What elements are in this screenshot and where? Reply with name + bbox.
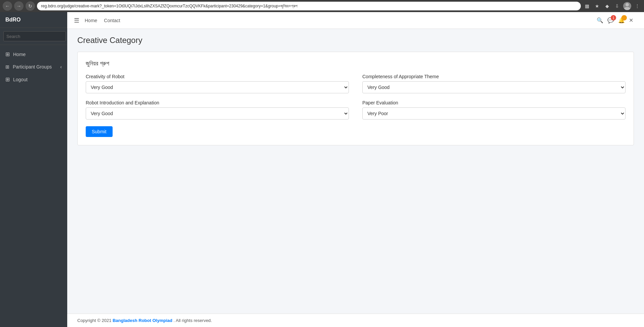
download-icon[interactable]: ⇩ [613,2,621,10]
sidebar-item-participant-groups[interactable]: ⊞ Participant Groups ‹ [0,61,67,73]
content-area: Creative Category জুনিয়র গ্রুপ Creativi… [67,29,644,314]
hamburger-icon[interactable]: ☰ [74,17,79,24]
grid-icon-groups: ⊞ [5,64,9,69]
footer: Copyright © 2021 Bangladesh Robot Olympi… [67,314,644,327]
extension-icon[interactable]: ◆ [603,2,611,10]
topnav-home-link[interactable]: Home [85,18,97,23]
grid-icon: ⊞ [5,51,10,57]
form-group-paper-eval: Paper Evaluation Very Poor Poor Average … [362,100,626,120]
topnav-actions: 🔍 💬 1 🔔 ✕ ⁢ [597,17,637,24]
robot-intro-label: Robot Introduction and Explanation [86,100,349,105]
search-icon[interactable]: 🔍 [597,17,603,24]
svg-point-1 [624,7,630,10]
footer-link[interactable]: Bangladesh Robot Olympiad [113,318,172,323]
notifications-badge [621,15,627,20]
messages-badge: 1 [611,15,616,20]
sidebar-item-logout[interactable]: ⊞ Logout [0,73,67,86]
user-avatar-icon[interactable] [623,2,631,10]
sidebar-item-logout-label: Logout [13,77,28,82]
sidebar-brand: BdRO [0,12,67,28]
form-row-1: Creativity of Robot Very Poor Poor Avera… [86,74,626,93]
sidebar: BdRO 🔍 ⊞ Home ⊞ Participant Groups ‹ ⊞ L… [0,12,67,327]
form-group-creativity: Creativity of Robot Very Poor Poor Avera… [86,74,349,93]
menu-icon[interactable]: ⋮ [633,2,641,10]
form-card: জুনিয়র গ্রুপ Creativity of Robot Very P… [77,52,634,145]
svg-point-0 [626,3,629,6]
grid-icon-logout: ⊞ [5,76,10,83]
browser-action-icons: ▩ ★ ◆ ⇩ ⋮ [583,2,641,10]
sidebar-nav: ⊞ Home ⊞ Participant Groups ‹ ⊞ Logout [0,45,67,327]
main-content: Creative Category জুনিয়র গ্রুপ Creativi… [67,29,644,327]
star-icon[interactable]: ★ [593,2,601,10]
messages-icon[interactable]: 💬 1 [607,17,614,24]
cast-icon[interactable]: ▩ [583,2,591,10]
robot-intro-select[interactable]: Very Poor Poor Average Good Very Good Ex… [86,107,349,120]
url-bar[interactable] [37,2,581,10]
close-icon[interactable]: ✕ [629,17,633,24]
sidebar-search-area: 🔍 [0,28,67,45]
form-group-robot-intro: Robot Introduction and Explanation Very … [86,100,349,120]
page-title: Creative Category [77,36,634,45]
creativity-select[interactable]: Very Poor Poor Average Good Very Good Ex… [86,81,349,93]
chevron-left-icon: ‹ [60,64,62,69]
sidebar-item-home-label: Home [13,52,26,57]
footer-suffix: . All rights reserved. [173,318,212,323]
completeness-select[interactable]: Very Poor Poor Average Good Very Good Ex… [362,81,626,93]
topnav: ☰ Home Contact 🔍 💬 1 🔔 ✕ ⁢ [67,12,644,29]
topnav-links: Home Contact [85,18,591,23]
form-row-2: Robot Introduction and Explanation Very … [86,100,626,120]
creativity-label: Creativity of Robot [86,74,349,79]
sidebar-item-home[interactable]: ⊞ Home [0,48,67,61]
paper-eval-select[interactable]: Very Poor Poor Average Good Very Good Ex… [362,107,626,120]
reload-button[interactable]: ↻ [26,1,35,11]
group-label: জুনিয়র গ্রুপ [86,60,626,67]
footer-text: Copyright © 2021 [77,318,113,323]
completeness-label: Completeness of Appropriate Theme [362,74,626,79]
paper-eval-label: Paper Evaluation [362,100,626,105]
back-button[interactable]: ← [3,1,12,11]
notifications-icon[interactable]: 🔔 [618,17,625,24]
sidebar-item-groups-label: Participant Groups [13,64,52,69]
browser-chrome: ← → ↻ ▩ ★ ◆ ⇩ ⋮ [0,0,644,12]
form-group-completeness: Completeness of Appropriate Theme Very P… [362,74,626,93]
search-input[interactable] [3,31,66,41]
forward-button[interactable]: → [14,1,24,11]
topnav-contact-link[interactable]: Contact [104,18,120,23]
submit-button[interactable]: Submit [86,126,113,137]
